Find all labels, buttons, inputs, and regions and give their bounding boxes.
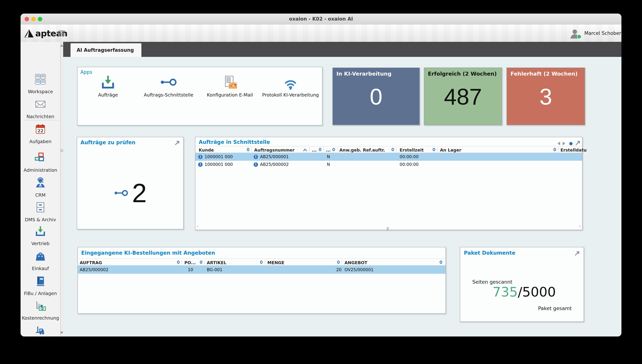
filter-icon[interactable]: [433, 148, 435, 151]
sidebar-item-crm[interactable]: CRM: [21, 177, 60, 188]
cell-auftragsnummer: AB25/000002: [260, 162, 289, 167]
table-row[interactable]: AB25/000002 10 BG-001 20 OV25/000001: [78, 266, 446, 274]
sidebar-item-workspace[interactable]: Workspace: [21, 74, 60, 85]
column-header[interactable]: AUFTRAG: [80, 260, 102, 265]
column-header[interactable]: Auftragsnummer: [254, 148, 294, 153]
user-name[interactable]: Marcel Schober: [584, 24, 621, 42]
scroll-up-icon[interactable]: [60, 44, 63, 46]
filter-icon[interactable]: [247, 148, 249, 151]
filter-icon[interactable]: [392, 148, 394, 151]
info-icon[interactable]: i: [253, 162, 258, 167]
calendar-icon: 22: [35, 123, 46, 135]
sidebar-item-aufgaben[interactable]: 22 Aufgaben: [21, 123, 60, 135]
sidebar: Workspace Nachrichten 22 Aufgaben: [21, 42, 61, 336]
app-auftrags-schnittstelle[interactable]: Auftrags-Schnittstelle: [139, 73, 198, 107]
kpi-tile-0[interactable]: In KI-Verarbeitung 0: [333, 68, 420, 125]
calendar-day: 22: [38, 128, 44, 134]
scroll-right-icon[interactable]: ›: [579, 224, 581, 228]
scroll-left-icon[interactable]: ‹: [197, 224, 198, 228]
column-header[interactable]: Erstellzeit: [400, 148, 424, 153]
sidebar-item-vertrieb[interactable]: Vertrieb: [21, 225, 60, 237]
kpi-value: 0: [333, 80, 419, 114]
filter-icon[interactable]: [553, 148, 556, 151]
table-row[interactable]: i 1000001 000 i AB25/000002 N 00:00:00: [195, 161, 582, 168]
column-header[interactable]: An Lager: [440, 148, 461, 153]
horizontal-scrollbar[interactable]: ‹ ›: [195, 224, 582, 230]
next-page-icon[interactable]: [563, 142, 565, 145]
tab-ai-auftragserfassung[interactable]: AI Auftragserfassung: [71, 43, 141, 57]
app-protokoll-ki-verarbeitung[interactable]: Protokoll KI-Verarbeitung: [261, 73, 320, 107]
filter-icon[interactable]: [200, 260, 202, 264]
paket-panel: Paket Dokumente Seiten gescannt 735/5000…: [460, 247, 584, 322]
key-icon: [160, 74, 177, 90]
orders-inbox-icon: [100, 74, 116, 90]
sidebar-label: Kostenrechnung: [21, 315, 61, 321]
sidebar-item-administration[interactable]: Administration: [21, 152, 60, 164]
table-row[interactable]: i 1000001 000 i AB25/000001 N 00:00:00: [195, 153, 582, 161]
scroll-down-icon[interactable]: [60, 332, 63, 334]
page-indicator-dot[interactable]: [569, 142, 573, 145]
document-table-icon: [74, 46, 74, 54]
close-tab-icon[interactable]: [138, 48, 138, 52]
column-header[interactable]: ANGEBOT: [345, 260, 367, 265]
schnittstelle-panel-title: Aufträge in Schnittstelle: [199, 139, 270, 145]
scrollbar-grip[interactable]: [386, 225, 389, 232]
column-header[interactable]: PO...: [184, 260, 196, 265]
filter-icon[interactable]: [177, 260, 180, 264]
app-label: Aufträge: [79, 92, 137, 98]
filter-icon[interactable]: [440, 260, 442, 264]
cell-flag: N: [327, 162, 330, 167]
info-icon[interactable]: i: [198, 154, 203, 159]
tab-bar: AI Auftragserfassung: [63, 42, 621, 57]
expand-icon[interactable]: [174, 140, 180, 146]
sidebar-item-fibu-anlagen[interactable]: FiBu / Anlagen: [21, 275, 60, 287]
kpi-tile-2[interactable]: Fehlerhaft (2 Wochen) 3: [506, 68, 585, 125]
online-status-icon: [577, 34, 581, 39]
sidebar-item-einkauf[interactable]: Einkauf: [21, 250, 60, 262]
sidebar-label: Vertrieb: [21, 241, 61, 246]
filter-icon[interactable]: [319, 148, 321, 151]
app-konfiguration-email[interactable]: Konfiguration E-Mail: [201, 73, 259, 107]
column-header[interactable]: ...: [312, 148, 316, 153]
window-titlebar: oxaion - K02 - oxaion AI: [21, 14, 621, 25]
expand-icon[interactable]: [574, 250, 580, 256]
email-config-icon: [222, 74, 238, 90]
ledger-book-icon: [35, 275, 46, 287]
sidebar-item-nachrichten[interactable]: Nachrichten: [21, 98, 60, 110]
pruefen-count-group[interactable]: 2: [77, 178, 183, 208]
bestellungen-panel: Eingegangene KI-Bestellungen mit Angebot…: [78, 247, 446, 314]
pruefen-panel-title: Aufträge zu prüfen: [80, 140, 136, 145]
sidebar-scrollbar[interactable]: [61, 42, 63, 336]
column-header[interactable]: Erstelldatu: [560, 148, 586, 153]
filter-icon[interactable]: [260, 260, 263, 264]
pruefen-panel: Aufträge zu prüfen 2: [77, 137, 184, 229]
filter-icon[interactable]: [333, 148, 335, 151]
kpi-label: Fehlerhaft (2 Wochen): [510, 71, 577, 77]
pruefen-count: 2: [132, 178, 147, 208]
column-header[interactable]: ARTIKEL: [207, 260, 226, 265]
svg-text:$: $: [42, 307, 43, 310]
info-icon[interactable]: i: [253, 154, 258, 159]
sidebar-splitter-grip[interactable]: [61, 149, 63, 152]
sidebar-item-kostenrechnung[interactable]: $ Kostenrechnung: [21, 300, 60, 312]
prev-page-icon[interactable]: [557, 142, 560, 145]
aptean-logo-icon: [24, 29, 34, 38]
tab-label: AI Auftragserfassung: [77, 47, 134, 53]
kpi-tile-1[interactable]: Erfolgreich (2 Wochen) 487: [424, 68, 502, 125]
menu-icon[interactable]: [59, 30, 65, 36]
column-header[interactable]: MENGE: [267, 260, 284, 265]
sort-asc-icon[interactable]: [303, 148, 307, 152]
workspace-icon: [35, 74, 46, 85]
column-header[interactable]: Anw.geb. Ref.auftr.: [339, 148, 385, 153]
column-header[interactable]: Kunde: [199, 148, 214, 153]
paket-panel-title: Paket Dokumente: [464, 250, 515, 256]
filter-icon[interactable]: [337, 260, 340, 264]
info-icon[interactable]: i: [198, 162, 203, 167]
sidebar-item-lager-dispo[interactable]: Lager / Dispo: [21, 325, 60, 336]
app-window: oxaion - K02 - oxaion AI aptean Marcel S…: [21, 14, 621, 336]
expand-icon[interactable]: [575, 140, 581, 146]
sidebar-item-dms-archiv[interactable]: DMS & Archiv: [21, 202, 60, 213]
app-auftraege[interactable]: Aufträge: [79, 73, 137, 107]
sidebar-label: DMS & Archiv: [21, 217, 61, 222]
column-header[interactable]: ...: [326, 148, 331, 153]
